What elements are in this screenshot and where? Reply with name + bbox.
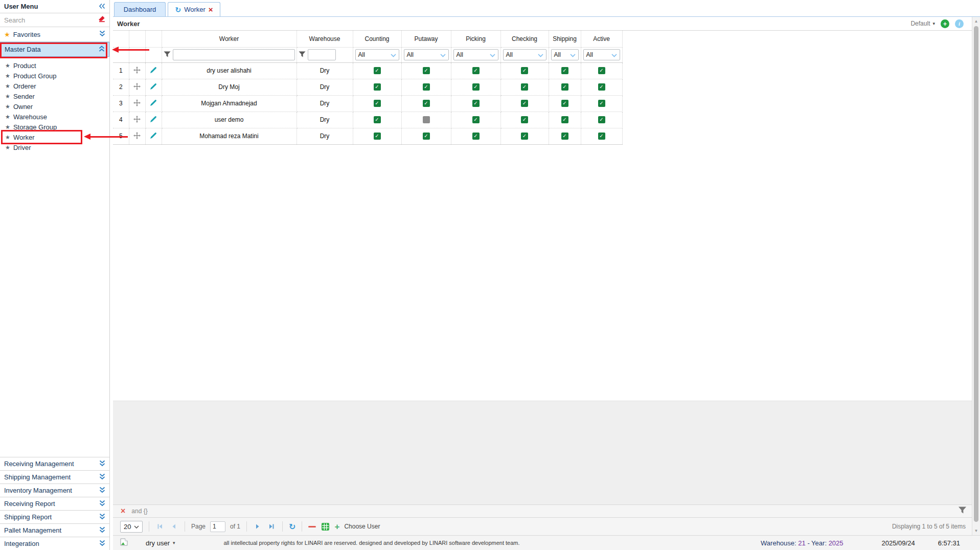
sidebar-item-product[interactable]: ★Product: [5, 60, 109, 71]
close-tab-icon[interactable]: ×: [209, 7, 213, 12]
active-checkbox[interactable]: [598, 100, 605, 107]
putaway-checkbox[interactable]: [423, 67, 430, 74]
sidebar-section-integeration[interactable]: Integeration: [0, 537, 109, 550]
counting-checkbox[interactable]: [374, 83, 381, 91]
table-row[interactable]: 1 dry user alishahi Dry: [113, 62, 622, 79]
filter-funnel-icon[interactable]: [299, 50, 306, 59]
counting-filter-select[interactable]: All: [355, 49, 399, 60]
sidebar-section-favorites[interactable]: ★ Favorites: [0, 27, 109, 42]
table-row[interactable]: 5 Mohamad reza Matini Dry: [113, 128, 622, 144]
putaway-checkbox[interactable]: [423, 100, 430, 107]
sidebar-item-orderer[interactable]: ★Orderer: [5, 81, 109, 91]
active-checkbox[interactable]: [598, 83, 605, 91]
sidebar-section-receiving-management[interactable]: Receiving Management: [0, 457, 109, 470]
active-checkbox[interactable]: [598, 133, 605, 140]
move-row-icon[interactable]: [133, 101, 141, 108]
page-size-select[interactable]: 20: [120, 521, 143, 533]
sidebar-item-owner[interactable]: ★Owner: [5, 101, 109, 112]
checking-checkbox[interactable]: [521, 67, 528, 74]
sidebar-item-warehouse[interactable]: ★Warehouse: [5, 112, 109, 122]
last-page-icon[interactable]: [267, 522, 276, 531]
sidebar-item-driver[interactable]: ★Driver: [5, 142, 109, 152]
clear-filter-icon[interactable]: ×: [121, 507, 125, 515]
scrollbar-thumb[interactable]: [974, 26, 978, 522]
counting-checkbox[interactable]: [374, 116, 381, 123]
sidebar-section-inventory-management[interactable]: Inventory Management: [0, 483, 109, 497]
checking-checkbox[interactable]: [521, 116, 528, 123]
sidebar-item-sender[interactable]: ★Sender: [5, 91, 109, 101]
remove-icon[interactable]: [308, 526, 316, 527]
picking-checkbox[interactable]: [472, 100, 480, 107]
sidebar-section-shipping-report[interactable]: Shipping Report: [0, 510, 109, 523]
edit-pencil-icon[interactable]: [150, 68, 157, 75]
active-checkbox[interactable]: [598, 116, 605, 123]
table-row[interactable]: 4 user demo Dry: [113, 112, 622, 128]
sidebar-section-shipping-management[interactable]: Shipping Management: [0, 470, 109, 483]
checking-checkbox[interactable]: [521, 100, 528, 107]
sidebar-item-storage-group[interactable]: ★Storage Group: [5, 122, 109, 132]
filter-funnel-icon[interactable]: [164, 50, 171, 59]
collapse-sidebar-icon[interactable]: [99, 2, 105, 11]
col-warehouse[interactable]: Warehouse: [297, 31, 353, 47]
counting-checkbox[interactable]: [374, 100, 381, 107]
col-counting[interactable]: Counting: [353, 31, 401, 47]
user-dropdown[interactable]: dry user ▾: [146, 539, 175, 547]
col-shipping[interactable]: Shipping: [549, 31, 581, 47]
sidebar-section-master-data[interactable]: Master Data: [0, 42, 109, 57]
warehouse-filter-input[interactable]: [308, 49, 336, 60]
view-selector-dropdown[interactable]: Default ▾: [910, 20, 935, 27]
col-putaway[interactable]: Putaway: [401, 31, 451, 47]
shipping-filter-select[interactable]: All: [551, 49, 579, 60]
picking-checkbox[interactable]: [472, 83, 480, 91]
picking-filter-select[interactable]: All: [453, 49, 498, 60]
search-input[interactable]: [4, 16, 98, 24]
page-number-input[interactable]: [210, 521, 225, 532]
picking-checkbox[interactable]: [472, 116, 480, 123]
tab-dashboard[interactable]: Dashboard: [114, 2, 166, 16]
sidebar-section-receiving-report[interactable]: Receiving Report: [0, 497, 109, 510]
info-button[interactable]: i: [955, 19, 964, 28]
counting-checkbox[interactable]: [374, 67, 381, 74]
sidebar-item-product-group[interactable]: ★Product Group: [5, 71, 109, 81]
scroll-up-icon[interactable]: ▲: [972, 19, 980, 24]
prev-page-icon[interactable]: [169, 522, 178, 531]
move-row-icon[interactable]: [133, 117, 141, 124]
worker-filter-input[interactable]: [173, 49, 295, 60]
add-button[interactable]: +: [941, 19, 949, 28]
shipping-checkbox[interactable]: [561, 100, 568, 107]
move-row-icon[interactable]: [133, 134, 141, 141]
choose-user-button[interactable]: Choose User: [344, 523, 380, 530]
filter-funnel-icon[interactable]: [958, 507, 967, 516]
refresh-grid-icon[interactable]: ↻: [289, 522, 295, 532]
counting-checkbox[interactable]: [374, 133, 381, 140]
checking-filter-select[interactable]: All: [503, 49, 546, 60]
picking-checkbox[interactable]: [472, 67, 480, 74]
col-checking[interactable]: Checking: [500, 31, 549, 47]
grid-view-icon[interactable]: [321, 522, 330, 531]
col-worker[interactable]: Worker: [162, 31, 297, 47]
scroll-down-icon[interactable]: ▼: [972, 529, 980, 533]
edit-pencil-icon[interactable]: [150, 101, 157, 108]
table-row[interactable]: 2 Dry Moj Dry: [113, 79, 622, 95]
move-row-icon[interactable]: [133, 84, 141, 92]
sidebar-section-pallet-management[interactable]: Pallet Management: [0, 523, 109, 537]
edit-pencil-icon[interactable]: [150, 84, 157, 92]
putaway-filter-select[interactable]: All: [404, 49, 449, 60]
active-filter-select[interactable]: All: [583, 49, 620, 60]
putaway-checkbox[interactable]: [423, 116, 430, 123]
shipping-checkbox[interactable]: [561, 83, 568, 91]
putaway-checkbox[interactable]: [423, 133, 430, 140]
putaway-checkbox[interactable]: [423, 83, 430, 91]
shipping-checkbox[interactable]: [561, 116, 568, 123]
edit-pencil-icon[interactable]: [150, 134, 157, 141]
sidebar-item-worker[interactable]: ★Worker: [5, 132, 109, 142]
active-checkbox[interactable]: [598, 67, 605, 74]
refresh-tab-icon[interactable]: ↻: [175, 6, 181, 14]
checking-checkbox[interactable]: [521, 133, 528, 140]
next-page-icon[interactable]: [253, 522, 262, 531]
table-row[interactable]: 3 Mojgan Ahmadnejad Dry: [113, 95, 622, 112]
vertical-scrollbar[interactable]: ▲ ▼: [972, 17, 980, 535]
edit-pencil-icon[interactable]: [150, 117, 157, 124]
tab-worker[interactable]: ↻ Worker ×: [168, 2, 220, 16]
checking-checkbox[interactable]: [521, 83, 528, 91]
